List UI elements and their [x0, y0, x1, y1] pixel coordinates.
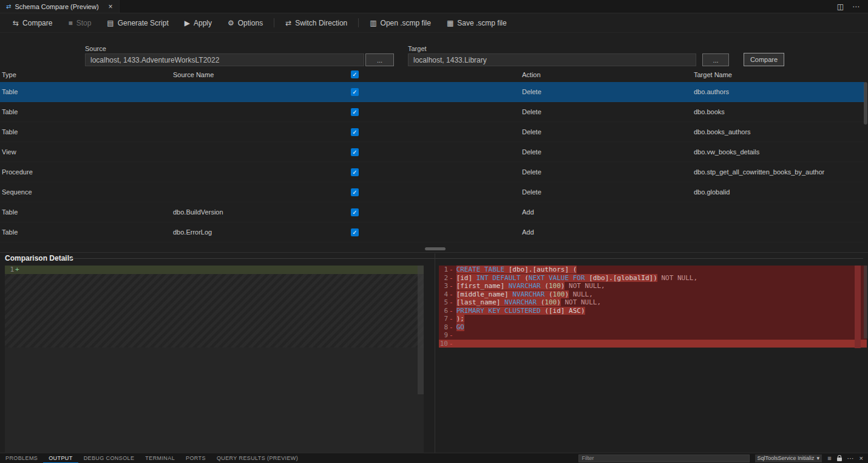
- line-number: 1: [439, 266, 448, 274]
- right-pane-scrollbar[interactable]: [864, 266, 867, 338]
- panel-tab-ports[interactable]: PORTS: [180, 453, 211, 463]
- panel-close-icon[interactable]: ×: [860, 454, 863, 462]
- code-token: [id]: [456, 274, 476, 282]
- generate-script-icon: ▤: [107, 19, 114, 27]
- differences-table: TableDeletedbo.authors✓TableDeletedbo.bo…: [0, 82, 864, 249]
- row-checkbox[interactable]: ✓: [351, 208, 359, 216]
- splitter-handle[interactable]: [425, 247, 446, 250]
- lock-icon[interactable]: [837, 458, 842, 461]
- cell-source: SalesLT.Address: [173, 242, 223, 249]
- column-header-source-name[interactable]: Source Name: [173, 71, 214, 78]
- cell-target: dbo.books: [694, 102, 725, 122]
- editor-actions: ◫ ⋯: [837, 0, 868, 13]
- panel-tab-query-results-preview[interactable]: QUERY RESULTS (PREVIEW): [211, 453, 303, 463]
- diff-source-pane[interactable]: 1+: [5, 266, 424, 453]
- cell-include: ✓: [351, 222, 359, 242]
- code-token: 100: [549, 282, 561, 290]
- source-input[interactable]: localhost, 1433.AdventureWorksLT2022: [85, 53, 364, 66]
- compare-button[interactable]: Compare: [744, 53, 784, 66]
- table-row[interactable]: TableDeletedbo.books_authors✓: [0, 122, 864, 142]
- panel-tab-terminal[interactable]: TERMINAL: [140, 453, 180, 463]
- cell-action: Delete: [522, 82, 541, 101]
- compare-icon: ⇆: [13, 19, 19, 27]
- code-token: [last_name]: [456, 298, 504, 306]
- row-checkbox[interactable]: ✓: [351, 188, 359, 196]
- more-actions-icon[interactable]: ⋯: [852, 2, 860, 11]
- diff-target-line: 10-: [439, 340, 867, 348]
- cell-action: Delete: [522, 122, 541, 142]
- target-browse-button[interactable]: ...: [702, 53, 729, 66]
- row-checkbox[interactable]: ✓: [351, 228, 359, 236]
- output-list-icon[interactable]: ≡: [827, 454, 831, 462]
- row-checkbox[interactable]: ✓: [351, 168, 359, 176]
- cell-action: Add: [522, 222, 534, 242]
- toolbar-switch-direction[interactable]: ⇄Switch Direction: [277, 13, 355, 32]
- cell-type: Sequence: [2, 182, 32, 202]
- table-row[interactable]: Tabledbo.BuildVersionAdd✓: [0, 202, 864, 222]
- toolbar-save-scmp-file[interactable]: ▦Save .scmp file: [439, 13, 515, 32]
- cell-action: Add: [522, 242, 534, 249]
- row-checkbox[interactable]: ✓: [351, 128, 359, 136]
- source-browse-button[interactable]: ...: [365, 53, 394, 66]
- schema-compare-window: ⇄ Schema Compare (Preview) × ◫ ⋯ ⇆Compar…: [0, 0, 868, 463]
- schema-compare-icon: ⇄: [6, 3, 11, 10]
- row-checkbox[interactable]: ✓: [351, 148, 359, 156]
- split-editor-icon[interactable]: ◫: [837, 2, 844, 11]
- cell-type: Table: [2, 82, 18, 101]
- diff-removed-marker: -: [449, 340, 453, 348]
- target-input[interactable]: localhost, 1433.Library: [408, 53, 696, 66]
- toolbar-options[interactable]: ⚙Options: [220, 13, 271, 32]
- toolbar-separator: [358, 18, 359, 27]
- code-token: GO: [456, 323, 464, 331]
- row-checkbox[interactable]: ✓: [351, 249, 359, 249]
- diff-target-line: 2-[id] INT DEFAULT (NEXT VALUE FOR [dbo]…: [439, 274, 867, 283]
- code-token: NVARCHAR: [509, 282, 545, 290]
- row-checkbox[interactable]: ✓: [351, 88, 359, 96]
- cell-include: ✓: [351, 122, 359, 142]
- cell-include: ✓: [351, 202, 359, 222]
- diff-removed-marker: -: [449, 331, 453, 339]
- open-scmp-file-icon: ▥: [370, 19, 376, 27]
- row-checkbox[interactable]: ✓: [351, 108, 359, 116]
- panel-tab-output[interactable]: OUTPUT: [43, 453, 78, 463]
- cell-include: ✓: [351, 182, 359, 202]
- code-token: PRIMARY KEY CLUSTERED: [456, 307, 545, 315]
- table-row[interactable]: ProcedureDeletedbo.stp_get_all_cowritten…: [0, 162, 864, 182]
- table-scrollbar[interactable]: [864, 82, 867, 125]
- table-row[interactable]: ViewDeletedbo.vw_books_details✓: [0, 142, 864, 162]
- diff-removed-marker: -: [449, 323, 453, 331]
- toolbar-open-scmp-file[interactable]: ▥Open .scmp file: [362, 13, 439, 32]
- panel-more-icon[interactable]: ⋯: [847, 454, 854, 462]
- switch-direction-icon: ⇄: [285, 19, 291, 27]
- tab-schema-compare[interactable]: ⇄ Schema Compare (Preview) ×: [0, 0, 120, 13]
- toolbar-apply[interactable]: ▶Apply: [177, 13, 220, 32]
- diff-filler-region: [5, 274, 424, 348]
- column-header-type[interactable]: Type: [2, 71, 16, 78]
- output-filter-input[interactable]: Filter: [578, 454, 750, 462]
- code-token: (: [549, 290, 553, 298]
- panel-tab-debug-console[interactable]: DEBUG CONSOLE: [78, 453, 140, 463]
- diff-removed-marker: -: [449, 315, 453, 323]
- line-number: 1: [5, 266, 14, 274]
- column-header-target-name[interactable]: Target Name: [694, 71, 732, 78]
- table-row[interactable]: Tabledbo.ErrorLogAdd✓: [0, 222, 864, 242]
- diff-target-line: 8-GO: [439, 323, 867, 332]
- left-pane-scrollbar[interactable]: [418, 266, 424, 394]
- close-icon[interactable]: ×: [109, 2, 113, 11]
- panel-tab-problems[interactable]: PROBLEMS: [0, 453, 43, 463]
- select-all-checkbox[interactable]: ✓: [351, 70, 359, 78]
- table-row[interactable]: TableDeletedbo.authors✓: [0, 82, 864, 102]
- diff-target-pane[interactable]: 1-CREATE TABLE [dbo].[authors] (2-[id] I…: [439, 266, 867, 453]
- output-channel-select[interactable]: SqlToolsService Initializ ▾: [755, 454, 822, 462]
- toolbar-generate-script[interactable]: ▤Generate Script: [99, 13, 176, 32]
- cell-type: View: [2, 142, 16, 162]
- cell-target: dbo.globalid: [694, 182, 730, 202]
- toolbar-compare[interactable]: ⇆Compare: [5, 13, 60, 32]
- cell-include: ✓: [351, 82, 359, 101]
- target-label: Target: [408, 45, 427, 52]
- line-number: 10: [439, 340, 448, 348]
- table-row[interactable]: TableDeletedbo.books✓: [0, 102, 864, 122]
- column-header-action[interactable]: Action: [522, 71, 541, 78]
- table-row[interactable]: SequenceDeletedbo.globalid✓: [0, 182, 864, 202]
- diff-target-line: 5-[last_name] NVARCHAR (100) NOT NULL,: [439, 298, 867, 307]
